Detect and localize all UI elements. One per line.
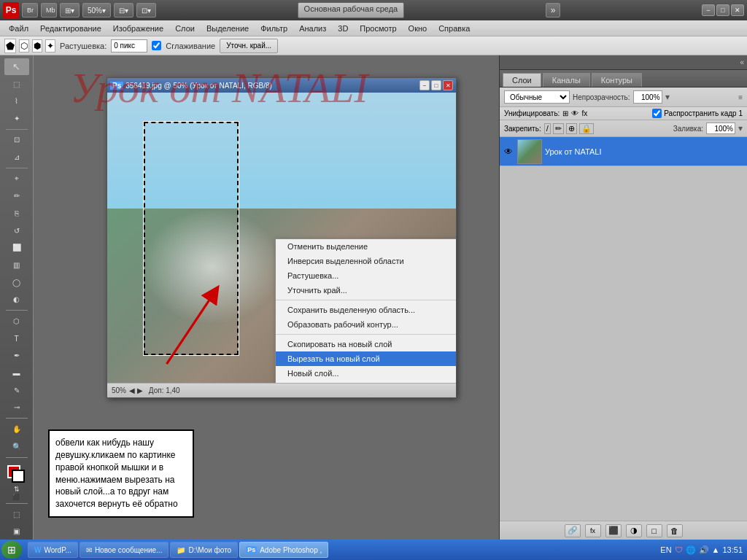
mb-icon-btn[interactable]: Mb xyxy=(41,3,57,18)
link-layers-btn[interactable]: 🔗 xyxy=(565,524,581,537)
menu-analysis[interactable]: Анализ xyxy=(293,23,332,34)
eyedropper-tool2[interactable]: ⊸ xyxy=(4,400,29,416)
ctx-make-path[interactable]: Образовать рабочий контур... xyxy=(276,317,456,332)
ctx-invert[interactable]: Инверсия выделенной области xyxy=(276,254,456,268)
eraser-tool[interactable]: ⬜ xyxy=(4,240,29,257)
pen-tool[interactable]: ✒ xyxy=(4,348,29,365)
background-color[interactable] xyxy=(12,470,25,483)
unify-position-icon[interactable]: ⊞ xyxy=(562,109,568,117)
ctx-feather[interactable]: Растушевка... xyxy=(276,268,456,283)
arrange-btn[interactable]: ⊞▾ xyxy=(60,3,80,18)
menu-image[interactable]: Изображение xyxy=(107,23,169,34)
doc-minimize-btn[interactable]: − xyxy=(419,80,430,90)
menu-filter[interactable]: Фильтр xyxy=(255,23,293,34)
menu-select[interactable]: Выделение xyxy=(201,23,255,34)
zoom-display[interactable]: 50%▾ xyxy=(82,3,111,18)
doc-maximize-btn[interactable]: □ xyxy=(431,80,441,90)
lasso-tool[interactable]: ⌇ xyxy=(4,93,29,109)
fill-input[interactable] xyxy=(706,122,735,134)
ctx-copy-layer[interactable]: Скопировать на новый слой xyxy=(276,337,456,351)
blend-mode-select[interactable]: Обычные xyxy=(504,90,570,104)
dodge-tool[interactable]: ◐ xyxy=(4,292,29,308)
lock-image-icon[interactable]: ✏ xyxy=(553,123,564,134)
workspace-button[interactable]: Основная рабочая среда xyxy=(298,2,405,18)
lock-transparent-icon[interactable]: / xyxy=(544,123,551,134)
clone-stamp-tool[interactable]: ⎘ xyxy=(4,205,29,222)
text-tool[interactable]: T xyxy=(4,330,29,347)
ctx-new-layer[interactable]: Новый слой... xyxy=(276,366,456,381)
menu-layers[interactable]: Слои xyxy=(169,23,201,34)
history-brush-tool[interactable]: ↺ xyxy=(4,222,29,239)
unify-visibility-icon[interactable]: 👁 xyxy=(571,109,578,117)
taskbar-item-mail[interactable]: ✉ Новое сообщение... xyxy=(80,542,169,558)
start-button[interactable]: ⊞ xyxy=(1,541,22,559)
brush-tool[interactable]: ✏ xyxy=(4,188,29,205)
blur-tool[interactable]: ◯ xyxy=(4,274,29,291)
menu-window[interactable]: Окно xyxy=(403,23,433,34)
opacity-arrow[interactable]: ▾ xyxy=(665,92,670,102)
br-icon-btn[interactable]: Br xyxy=(22,3,38,18)
smooth-checkbox[interactable] xyxy=(152,41,161,50)
menu-help[interactable]: Справка xyxy=(433,23,476,34)
default-colors-icon[interactable]: ⬛ xyxy=(12,494,20,501)
swap-colors-icon[interactable]: ⇅ xyxy=(14,486,20,493)
taskbar-item-photoshop[interactable]: Ps Adobe Photoshop , xyxy=(239,542,328,558)
close-btn[interactable]: ✕ xyxy=(731,4,744,16)
zoom-tool[interactable]: 🔍 xyxy=(4,438,29,455)
maximize-btn[interactable]: □ xyxy=(716,4,729,16)
nav-arrows[interactable]: ◀ ▶ xyxy=(129,386,143,394)
opacity-input[interactable] xyxy=(633,90,662,104)
new-layer-btn[interactable]: □ xyxy=(646,524,662,537)
marquee-tool[interactable]: ⬚ xyxy=(4,76,29,93)
quick-mask-btn[interactable]: ⬚ xyxy=(4,506,29,523)
menu-view[interactable]: Просмотр xyxy=(354,23,402,34)
tab-channels[interactable]: Каналы xyxy=(543,73,590,87)
menu-3d[interactable]: 3D xyxy=(332,23,354,34)
extra-btn[interactable]: ⊡▾ xyxy=(136,3,156,18)
panel-collapse-btn[interactable]: « xyxy=(740,58,744,66)
eyedropper-tool[interactable]: ⊿ xyxy=(4,149,29,166)
tray-more[interactable]: ▲ xyxy=(712,545,720,554)
taskbar-item-word[interactable]: W WordP... xyxy=(28,542,78,558)
healing-brush-tool[interactable]: ⌖ xyxy=(4,171,29,187)
hand-tool[interactable]: ✋ xyxy=(4,421,29,438)
layer-item[interactable]: 👁 Урок от NATALI xyxy=(500,137,747,166)
lasso-tool-icon[interactable]: ⬟ xyxy=(4,39,16,53)
tab-paths[interactable]: Контуры xyxy=(592,73,642,87)
taskbar-item-explorer[interactable]: 📁 D:\Мои фото xyxy=(170,542,238,558)
layout-btn[interactable]: ⊟▾ xyxy=(114,3,133,18)
ctx-save-sel[interactable]: Сохранить выделенную область... xyxy=(276,303,456,317)
ctx-cut-layer[interactable]: Вырезать на новый слой xyxy=(276,351,456,366)
notes-tool[interactable]: ✎ xyxy=(4,382,29,399)
distribute-checkbox[interactable] xyxy=(652,109,662,118)
menu-file[interactable]: Файл xyxy=(3,23,34,34)
ctx-deselect[interactable]: Отменить выделение xyxy=(276,239,456,254)
add-mask-btn[interactable]: ⬛ xyxy=(605,524,622,537)
panel-options-btn[interactable]: ≡ xyxy=(738,93,743,101)
layer-style-btn[interactable]: fx xyxy=(585,524,601,537)
lock-all-icon[interactable]: 🔒 xyxy=(579,123,594,134)
lang-indicator[interactable]: EN xyxy=(660,545,671,554)
path-tool[interactable]: ⬡ xyxy=(4,313,29,330)
screen-mode-btn[interactable]: ▣ xyxy=(4,523,29,540)
ctx-refine[interactable]: Уточнить край... xyxy=(276,283,456,298)
shape-tool[interactable]: ▬ xyxy=(4,365,29,381)
magic-wand-tool[interactable]: ✦ xyxy=(4,110,29,127)
polygon-lasso-icon[interactable]: ⬢ xyxy=(32,39,42,52)
lock-position-icon[interactable]: ⊕ xyxy=(566,123,577,134)
refine-edge-btn[interactable]: Уточн. край... xyxy=(220,39,278,53)
document-titlebar[interactable]: Ps 356419.jpg @ 50% (Урок от NATALI, RGB… xyxy=(107,78,456,93)
new-fill-layer-btn[interactable]: ◑ xyxy=(626,524,642,537)
feather-input[interactable] xyxy=(111,39,147,52)
delete-layer-btn[interactable]: 🗑 xyxy=(667,524,683,537)
doc-close-btn[interactable]: ✕ xyxy=(443,80,453,90)
unify-style-icon[interactable]: fx xyxy=(581,109,587,117)
magnetic-lasso-icon[interactable]: ✦ xyxy=(45,39,55,52)
minimize-btn[interactable]: − xyxy=(702,4,715,16)
move-tool[interactable]: ↖ xyxy=(4,58,29,75)
layer-visibility-toggle[interactable]: 👁 xyxy=(503,146,514,158)
lasso-submenu-icon[interactable]: ⬡ xyxy=(19,39,29,52)
gradient-tool[interactable]: ▥ xyxy=(4,257,29,273)
fill-arrow[interactable]: ▾ xyxy=(738,123,743,133)
tab-layers[interactable]: Слои xyxy=(503,73,541,87)
